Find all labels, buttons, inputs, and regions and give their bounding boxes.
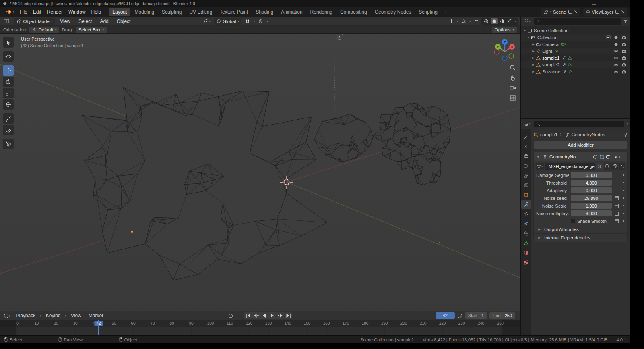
display-render-toggle[interactable] xyxy=(612,154,617,159)
navigation-gizmo[interactable]: Z Y X xyxy=(490,37,519,66)
viewlayer-selector[interactable]: ViewLayer xyxy=(583,8,627,16)
disable-in-renders-icon[interactable] xyxy=(621,56,626,60)
animate-decorator[interactable] xyxy=(621,197,625,199)
properties-tab-particles[interactable] xyxy=(521,210,531,218)
menu-file[interactable]: File xyxy=(17,8,30,16)
properties-tab-view-layer[interactable] xyxy=(521,161,531,170)
workspace-tab-uv-editing[interactable]: UV Editing xyxy=(186,8,216,16)
properties-tab-texture[interactable] xyxy=(521,258,531,267)
viewport-canvas[interactable]: User Perspective (42) Scene Collection |… xyxy=(0,34,520,311)
properties-tab-constraints[interactable] xyxy=(521,229,531,238)
tool-add-cube[interactable] xyxy=(3,139,14,149)
hide-in-viewport-icon[interactable] xyxy=(613,42,619,46)
proportional-editing-toggle[interactable] xyxy=(257,18,264,25)
browse-node-group-button[interactable]: ▾ xyxy=(536,163,544,170)
fake-user-button[interactable] xyxy=(604,163,610,170)
menu-edit[interactable]: Edit xyxy=(30,8,44,16)
workspace-tab-shading[interactable]: Shading xyxy=(252,8,277,16)
properties-editor-type-button[interactable]: ▾ xyxy=(523,120,532,127)
properties-tab-object-data[interactable] xyxy=(521,239,531,247)
shading-material-icon[interactable] xyxy=(499,18,506,24)
unlink-viewlayer-icon[interactable] xyxy=(621,10,625,14)
disclosure-icon[interactable]: ▶ xyxy=(531,50,536,53)
delete-modifier-button[interactable] xyxy=(622,155,625,159)
modifier-panel-header[interactable]: ▼ GeometryNo... ▾ xyxy=(534,152,627,161)
unlink-scene-icon[interactable] xyxy=(574,10,578,14)
hide-in-viewport-icon[interactable] xyxy=(613,70,619,74)
close-button[interactable] xyxy=(616,0,630,7)
new-scene-icon[interactable] xyxy=(568,10,572,14)
modifier-name[interactable]: GeometryNo... xyxy=(549,154,580,159)
properties-tab-physics[interactable] xyxy=(521,219,531,228)
shading-wireframe-icon[interactable] xyxy=(483,18,490,24)
display-on-cage-toggle[interactable] xyxy=(593,154,598,159)
tool-orientation-dropdown[interactable]: Default ▾ xyxy=(29,27,59,33)
breadcrumb-modifier[interactable]: GeometryNodes xyxy=(571,132,605,137)
camera-view-icon[interactable] xyxy=(510,85,516,91)
properties-tab-tool[interactable] xyxy=(521,132,531,141)
animate-decorator[interactable] xyxy=(621,182,625,184)
jump-to-start-button[interactable] xyxy=(244,312,252,319)
node-group-field[interactable]: MGH_edge damage gener... xyxy=(545,163,595,170)
disable-in-renders-icon[interactable] xyxy=(621,42,626,46)
properties-tab-material[interactable] xyxy=(521,248,531,257)
animate-decorator[interactable] xyxy=(621,220,625,222)
input-attribute-toggle[interactable] xyxy=(613,210,620,216)
snap-dropdown[interactable]: ▾ xyxy=(254,20,255,23)
timeline-menu-marker[interactable]: Marker xyxy=(86,312,106,319)
outliner-row-collection[interactable]: ▼ Collection xyxy=(521,34,630,41)
show-overlays-button[interactable] xyxy=(460,18,468,25)
properties-tab-render[interactable] xyxy=(521,142,531,151)
workspace-tab-rendering[interactable]: Rendering xyxy=(307,8,336,16)
workspace-tab-compositing[interactable]: Compositing xyxy=(336,8,371,16)
add-workspace-button[interactable]: + xyxy=(442,8,450,16)
animate-decorator[interactable] xyxy=(621,213,625,214)
field-value[interactable]: 4.000 xyxy=(571,180,612,186)
blender-menu-button[interactable]: ▾ xyxy=(3,9,17,15)
minimize-button[interactable] xyxy=(587,0,601,7)
outliner-row-scene-collection[interactable]: ▼ Scene Collection xyxy=(521,27,630,34)
disable-in-renders-icon[interactable] xyxy=(621,70,626,74)
workspace-tab-modeling[interactable]: Modeling xyxy=(131,8,158,16)
pan-control-icon[interactable] xyxy=(510,75,516,81)
disclosure-icon[interactable]: ▼ xyxy=(526,36,531,39)
duplicate-node-group-button[interactable] xyxy=(611,163,618,170)
disclosure-icon[interactable]: ▶ xyxy=(531,70,536,73)
editor-type-button[interactable]: ▾ xyxy=(2,18,12,25)
field-value[interactable]: 1.000 xyxy=(571,203,612,209)
outliner-row-sample2[interactable]: ▶ sample2 xyxy=(521,61,630,68)
shade-smooth-checkbox[interactable] xyxy=(571,219,575,223)
properties-tab-scene[interactable] xyxy=(521,171,531,180)
snap-toggle[interactable] xyxy=(244,18,251,25)
timeline-menu-playback[interactable]: Playback xyxy=(13,312,39,319)
proportional-dropdown[interactable]: ▾ xyxy=(266,20,268,23)
workspace-tab-animation[interactable]: Animation xyxy=(277,8,306,16)
add-modifier-button[interactable]: Add Modifier xyxy=(534,141,627,149)
frame-end-field[interactable]: End250 xyxy=(489,312,515,319)
tool-scale[interactable] xyxy=(3,88,14,98)
orientation-dropdown[interactable]: Global ▾ xyxy=(214,18,242,25)
outliner-editor-type-button[interactable]: ▾ xyxy=(523,18,532,25)
outliner-row-camera[interactable]: ▶ Camera xyxy=(521,41,630,48)
input-attribute-toggle[interactable] xyxy=(613,195,620,201)
menu-window[interactable]: Window xyxy=(66,8,89,16)
input-attribute-toggle[interactable] xyxy=(613,218,620,224)
timeline-menu-view[interactable]: View xyxy=(68,312,84,319)
previous-keyframe-button[interactable] xyxy=(252,312,260,319)
tool-move[interactable] xyxy=(3,65,14,76)
jump-to-end-button[interactable] xyxy=(285,312,292,319)
current-frame-field[interactable]: 42 xyxy=(436,312,455,319)
zoom-control-icon[interactable] xyxy=(510,64,516,71)
outliner-row-suzanne[interactable]: ▶ Suzanne xyxy=(521,68,630,75)
hide-in-viewport-icon[interactable] xyxy=(613,56,619,60)
field-value[interactable]: 0.300 xyxy=(571,172,612,178)
tool-transform[interactable] xyxy=(3,99,14,110)
disable-in-renders-icon[interactable] xyxy=(621,63,626,67)
hide-in-viewport-icon[interactable] xyxy=(613,49,619,53)
unlink-node-group-button[interactable] xyxy=(619,163,625,170)
panel-expand-icon[interactable]: ▼ xyxy=(536,156,541,158)
tool-select-box[interactable] xyxy=(3,37,14,48)
field-value[interactable]: 0.000 xyxy=(571,187,612,193)
menu-help[interactable]: Help xyxy=(89,8,104,16)
tool-drag-dropdown[interactable]: Select Box ▾ xyxy=(76,27,107,33)
